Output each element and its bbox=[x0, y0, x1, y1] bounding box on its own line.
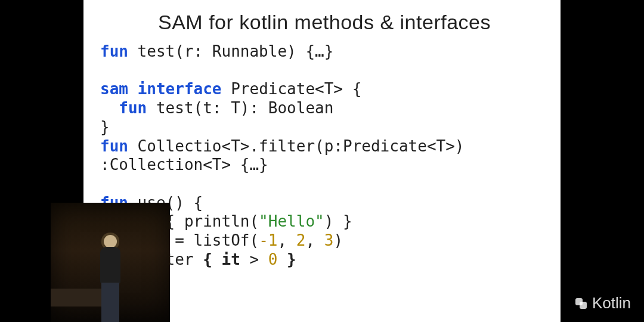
code-text: Collectio<T>.filter(p:Predicate<T>) bbox=[128, 137, 465, 155]
number-literal: 3 bbox=[324, 231, 334, 249]
number-literal: -1 bbox=[259, 231, 277, 249]
watermark-icon bbox=[575, 298, 589, 309]
code-text: test(t: T): Boolean bbox=[147, 99, 333, 117]
code-text: > bbox=[240, 250, 268, 268]
comma: , bbox=[305, 231, 324, 249]
video-frame: SAM for kotlin methods & interfaces fun … bbox=[0, 0, 644, 322]
keyword-interface: interface bbox=[138, 80, 222, 98]
paren-close: ) bbox=[333, 231, 343, 249]
keyword-fun: fun bbox=[100, 137, 128, 155]
keyword-fun: fun bbox=[100, 42, 128, 60]
code-text: :Collection<T> {…} bbox=[100, 156, 268, 174]
string-literal: "Hello" bbox=[259, 212, 324, 230]
number-literal: 2 bbox=[296, 231, 306, 249]
speaker-camera-inset bbox=[51, 203, 170, 322]
comma: , bbox=[277, 231, 296, 249]
slide-title: SAM for kotlin methods & interfaces bbox=[100, 11, 549, 34]
space bbox=[128, 80, 138, 98]
code-text: test(r: Runnable) {…} bbox=[128, 42, 333, 60]
code-text: Predicate<T> { bbox=[222, 80, 362, 98]
keyword-fun: fun bbox=[119, 99, 147, 117]
keyword-it: it bbox=[222, 250, 240, 268]
speaker-figure bbox=[97, 233, 124, 322]
lambda-open: { bbox=[203, 250, 221, 268]
keyword-sam: sam bbox=[100, 80, 128, 98]
code-text: ) } bbox=[324, 212, 352, 230]
watermark: Kotlin bbox=[575, 294, 631, 312]
indent bbox=[100, 99, 119, 117]
number-literal: 0 bbox=[268, 250, 278, 268]
lambda-close: } bbox=[277, 250, 296, 268]
watermark-text: Kotlin bbox=[592, 294, 631, 312]
brace-close: } bbox=[100, 118, 110, 136]
